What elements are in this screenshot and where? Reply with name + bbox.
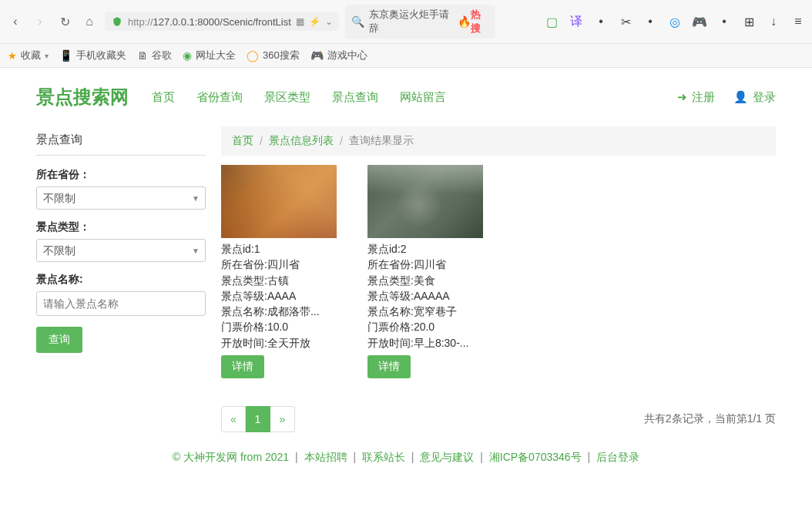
hot-badge: 🔥热搜 xyxy=(458,8,488,35)
browser-search-bar[interactable]: 🔍 东京奥运火炬手请辞 🔥热搜 xyxy=(345,5,495,39)
globe-icon: ◉ xyxy=(183,49,192,62)
footer: © 大神开发网 from 2021 | 本站招聘 | 联系站长 | 意见与建议 … xyxy=(36,432,776,483)
nav-area-type[interactable]: 景区类型 xyxy=(264,90,310,105)
footer-icp[interactable]: 湘ICP备0703346号 xyxy=(489,451,582,463)
bookmark-urlall[interactable]: ◉网址大全 xyxy=(183,49,236,62)
scissors-icon[interactable]: ✂ xyxy=(618,14,633,29)
card-price: 门票价格:10.0 xyxy=(221,319,352,334)
user-icon: 👤 xyxy=(733,90,748,104)
breadcrumb-list[interactable]: 景点信息列表 xyxy=(269,134,334,148)
breadcrumb-current: 查询结果显示 xyxy=(349,134,414,148)
bookmark-360[interactable]: ◯360搜索 xyxy=(247,49,300,62)
forward-button[interactable]: › xyxy=(31,12,49,31)
doc-icon: 🗎 xyxy=(137,49,148,62)
card-name: 景点名称:宽窄巷子 xyxy=(367,304,498,319)
footer-contact[interactable]: 联系站长 xyxy=(362,451,405,463)
url-text: http://127.0.0.1:8000/Scenic/frontList xyxy=(128,16,291,28)
grid-icon[interactable]: ⊞ xyxy=(741,14,757,29)
page-next[interactable]: » xyxy=(270,406,295,432)
submit-button[interactable]: 查询 xyxy=(36,327,82,353)
nav-home[interactable]: 首页 xyxy=(152,90,175,105)
name-label: 景点名称: xyxy=(36,273,206,287)
name-input[interactable] xyxy=(36,291,206,316)
home-button[interactable]: ⌂ xyxy=(80,12,99,31)
breadcrumb-home[interactable]: 首页 xyxy=(232,134,253,148)
register-icon: ➜ xyxy=(677,90,687,104)
bookmark-mobile[interactable]: 📱手机收藏夹 xyxy=(59,49,126,62)
card-province: 所在省份:四川省 xyxy=(367,257,498,272)
translate-icon[interactable]: 译 xyxy=(569,14,584,29)
page-prev[interactable]: « xyxy=(221,406,246,432)
star-icon: ★ xyxy=(8,50,17,62)
circle-o-icon: ◯ xyxy=(247,49,259,62)
breadcrumb: 首页 / 景点信息列表 / 查询结果显示 xyxy=(221,126,776,156)
breadcrumb-sep: / xyxy=(340,135,343,147)
url-bar[interactable]: http://127.0.0.1:8000/Scenic/frontList ▦… xyxy=(105,12,339,31)
card-name: 景点名称:成都洛带... xyxy=(221,304,352,319)
browser-chrome: ‹ › ↻ ⌂ http://127.0.0.1:8000/Scenic/fro… xyxy=(0,0,812,68)
card-province: 所在省份:四川省 xyxy=(221,257,352,272)
type-label: 景点类型： xyxy=(36,220,206,234)
nav-scenic-search[interactable]: 景点查询 xyxy=(332,90,378,105)
page-1[interactable]: 1 xyxy=(246,406,270,432)
pagination: « 1 » xyxy=(221,406,295,432)
refresh-button[interactable]: ↻ xyxy=(55,12,74,31)
back-button[interactable]: ‹ xyxy=(6,12,25,31)
footer-admin[interactable]: 后台登录 xyxy=(596,451,639,463)
card-image[interactable] xyxy=(367,165,483,238)
footer-feedback[interactable]: 意见与建议 xyxy=(420,451,474,463)
footer-recruit[interactable]: 本站招聘 xyxy=(304,451,347,463)
detail-button[interactable]: 详情 xyxy=(221,355,264,378)
bookmark-game[interactable]: 🎮游戏中心 xyxy=(310,49,367,62)
browser-toolbar: ‹ › ↻ ⌂ http://127.0.0.1:8000/Scenic/fro… xyxy=(0,0,812,43)
sidebar: 景点查询 所在省份： 不限制 景点类型： 不限制 景点名称: xyxy=(36,126,206,432)
card-id: 景点id:1 xyxy=(221,241,352,257)
dot2-icon[interactable]: • xyxy=(643,14,658,29)
shield-icon xyxy=(111,15,123,28)
result-card: 景点id:1 所在省份:四川省 景点类型:古镇 景点等级:AAAA 景点名称:成… xyxy=(221,165,352,378)
page-info: 共有2条记录，当前第1/1 页 xyxy=(644,412,776,426)
bookmark-favorites[interactable]: ★收藏▾ xyxy=(8,49,49,62)
detail-button[interactable]: 详情 xyxy=(367,355,411,378)
result-card: 景点id:2 所在省份:四川省 景点类型:美食 景点等级:AAAAA 景点名称:… xyxy=(367,165,498,378)
footer-copyright: © 大神开发网 from 2021 xyxy=(173,451,289,463)
bookmarks-bar: ★收藏▾ 📱手机收藏夹 🗎谷歌 ◉网址大全 ◯360搜索 🎮游戏中心 xyxy=(0,43,812,67)
download-icon[interactable]: ↓ xyxy=(766,14,781,29)
card-price: 门票价格:20.0 xyxy=(367,319,498,334)
content-area: 首页 / 景点信息列表 / 查询结果显示 景点id:1 所在省份:四川省 景点类… xyxy=(221,126,776,432)
nav-login[interactable]: 👤登录 xyxy=(733,90,776,105)
game-icon: 🎮 xyxy=(310,49,324,62)
qr-icon[interactable]: ▦ xyxy=(296,16,304,27)
gamepad-icon[interactable]: 🎮 xyxy=(692,14,707,29)
nav-message[interactable]: 网站留言 xyxy=(400,90,446,105)
search-placeholder: 东京奥运火炬手请辞 xyxy=(369,8,454,35)
card-id: 景点id:2 xyxy=(367,241,498,257)
circle-icon[interactable]: ◎ xyxy=(667,14,683,29)
card-open-time: 开放时间:早上8:30-... xyxy=(367,335,498,351)
nav-province[interactable]: 省份查询 xyxy=(196,90,243,105)
site-logo[interactable]: 景点搜索网 xyxy=(36,85,129,109)
search-icon: 🔍 xyxy=(351,15,364,28)
mobile-icon: 📱 xyxy=(59,49,72,62)
type-select[interactable]: 不限制 xyxy=(36,239,206,262)
card-grade: 景点等级:AAAA xyxy=(221,288,352,304)
province-select[interactable]: 不限制 xyxy=(36,186,206,210)
sidebar-title: 景点查询 xyxy=(36,126,206,156)
shield-toolbar-icon[interactable]: ▢ xyxy=(544,14,559,29)
fire-icon: 🔥 xyxy=(458,15,471,28)
menu-icon[interactable]: ≡ xyxy=(790,14,806,29)
card-grade: 景点等级:AAAAA xyxy=(367,288,498,304)
breadcrumb-sep: / xyxy=(260,135,263,147)
nav-register[interactable]: ➜注册 xyxy=(677,90,715,105)
card-type: 景点类型:美食 xyxy=(367,273,498,288)
dot3-icon[interactable]: • xyxy=(716,14,732,29)
card-image[interactable] xyxy=(221,165,337,238)
chevron-down-icon[interactable]: ⌄ xyxy=(325,16,333,27)
bookmark-google[interactable]: 🗎谷歌 xyxy=(137,49,172,62)
card-open-time: 开放时间:全天开放 xyxy=(221,335,352,351)
province-label: 所在省份： xyxy=(36,168,206,182)
card-type: 景点类型:古镇 xyxy=(221,273,352,288)
navbar: 景点搜索网 首页 省份查询 景区类型 景点查询 网站留言 ➜注册 👤登录 xyxy=(36,68,776,119)
lightning-icon[interactable]: ⚡ xyxy=(309,16,320,27)
dot-icon[interactable]: • xyxy=(593,14,609,29)
